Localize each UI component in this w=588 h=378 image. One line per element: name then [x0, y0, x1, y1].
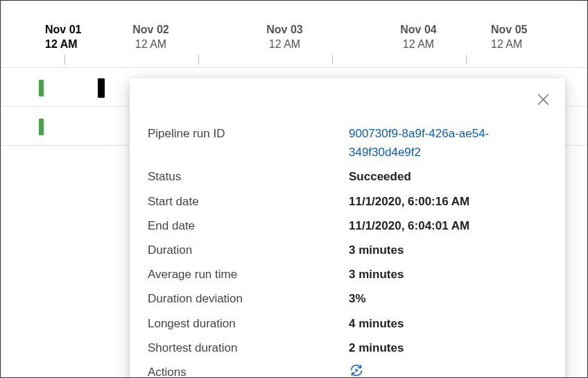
timeline-ticks — [1, 55, 587, 67]
run-bar[interactable] — [39, 80, 44, 96]
date-label: Nov 02 — [84, 23, 218, 37]
detail-label: Start date — [148, 192, 349, 211]
detail-value-actions — [349, 363, 547, 378]
detail-row-duration: Duration 3 minutes — [148, 238, 547, 262]
detail-row-shortest: Shortest duration 2 minutes — [148, 336, 547, 360]
details-table: Pipeline run ID 900730f9-8a9f-426a-ae54-… — [148, 121, 547, 378]
date-column: Nov 02 12 AM — [84, 23, 218, 52]
date-label: Nov 03 — [218, 23, 352, 37]
detail-row-end: End date 11/1/2020, 6:04:01 AM — [148, 214, 547, 238]
time-label: 12 AM — [45, 37, 84, 52]
detail-label: Longest duration — [148, 314, 349, 333]
detail-label: Status — [148, 167, 349, 186]
detail-value: 4 minutes — [349, 314, 547, 333]
detail-row-longest: Longest duration 4 minutes — [148, 311, 547, 336]
detail-row-status: Status Succeeded — [148, 164, 547, 189]
detail-value: Succeeded — [349, 167, 547, 186]
date-column: Nov 03 12 AM — [218, 23, 352, 52]
close-button[interactable] — [533, 89, 553, 109]
detail-value: 2 minutes — [349, 338, 547, 357]
date-label: Nov 01 — [45, 23, 84, 37]
detail-value: 3% — [349, 289, 547, 308]
rerun-icon — [349, 363, 364, 378]
time-label: 12 AM — [491, 37, 534, 52]
run-bar-selected[interactable] — [98, 78, 105, 98]
detail-row-actions: Actions — [148, 360, 547, 378]
detail-value: 11/1/2020, 6:04:01 AM — [349, 216, 547, 235]
rerun-button[interactable] — [349, 363, 364, 378]
detail-label: Duration — [148, 241, 349, 259]
timeline-header: Nov 01 12 AM Nov 02 12 AM Nov 03 12 AM N… — [1, 1, 587, 55]
detail-value: 11/1/2020, 6:00:16 AM — [349, 192, 547, 211]
detail-row-deviation: Duration deviation 3% — [148, 286, 547, 311]
detail-label: Actions — [148, 363, 349, 378]
run-details-popover: Pipeline run ID 900730f9-8a9f-426a-ae54-… — [130, 78, 565, 378]
date-column: Nov 01 12 AM — [1, 23, 84, 52]
time-label: 12 AM — [352, 37, 485, 52]
detail-label: Average run time — [148, 265, 349, 284]
close-icon — [537, 94, 549, 105]
date-label: Nov 04 — [352, 23, 485, 37]
detail-row-avg: Average run time 3 minutes — [148, 262, 547, 286]
date-column: Nov 05 12 AM — [485, 23, 534, 52]
detail-value: 3 minutes — [349, 265, 547, 284]
detail-label: Duration deviation — [148, 289, 349, 308]
detail-value: 3 minutes — [349, 241, 547, 259]
time-label: 12 AM — [84, 37, 218, 52]
detail-label: End date — [148, 216, 349, 235]
run-bar[interactable] — [39, 119, 44, 135]
detail-row-run-id: Pipeline run ID 900730f9-8a9f-426a-ae54-… — [148, 121, 547, 164]
detail-row-start: Start date 11/1/2020, 6:00:16 AM — [148, 189, 547, 214]
date-label: Nov 05 — [491, 23, 534, 37]
detail-label: Pipeline run ID — [148, 124, 349, 143]
detail-label: Shortest duration — [148, 338, 349, 357]
time-label: 12 AM — [218, 37, 352, 52]
run-id-link[interactable]: 900730f9-8a9f-426a-ae54-349f30d4e9f2 — [349, 124, 547, 162]
svg-marker-2 — [356, 368, 358, 372]
date-column: Nov 04 12 AM — [352, 23, 485, 52]
